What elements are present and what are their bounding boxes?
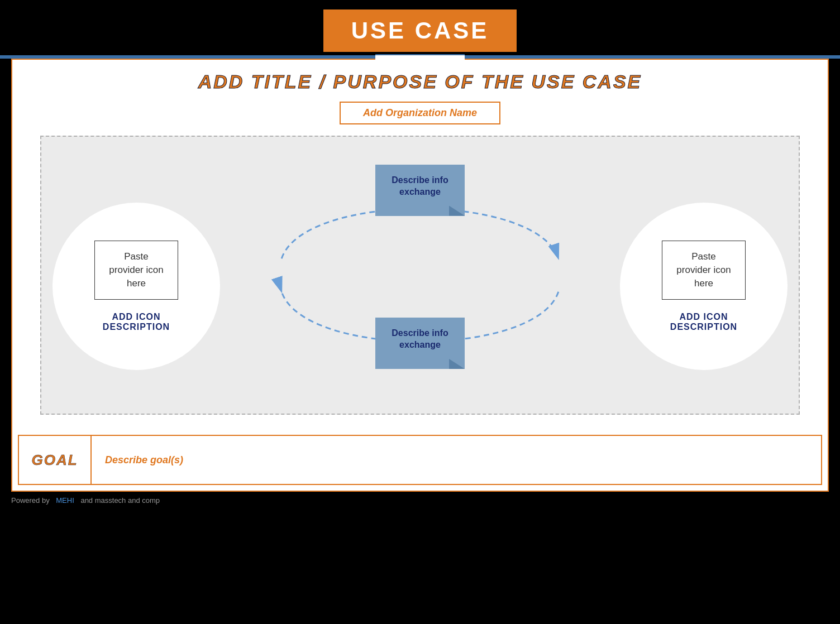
top-sticky-note-text[interactable]: Describe info exchange <box>375 165 465 206</box>
right-provider-description: ADD ICON DESCRIPTION <box>670 312 737 332</box>
bottom-sticky-note-text[interactable]: Describe info exchange <box>375 318 465 359</box>
right-provider-icon-text: Paste provider icon here <box>676 251 731 289</box>
goal-label-box: GOAL <box>19 436 92 484</box>
use-case-badge: USE CASE <box>323 9 517 52</box>
footer-suffix: and masstech and comp <box>80 496 160 505</box>
org-name-field[interactable]: Add Organization Name <box>340 102 500 124</box>
goal-section: GOAL Describe goal(s) <box>18 435 822 485</box>
blue-divider <box>0 55 840 59</box>
goal-description-area[interactable]: Describe goal(s) <box>92 436 821 484</box>
right-provider-icon-box[interactable]: Paste provider icon here <box>662 241 746 299</box>
left-provider-description: ADD ICON DESCRIPTION <box>103 312 170 332</box>
bottom-sticky-fold <box>449 359 465 369</box>
main-title: ADD TITLE / PURPOSE OF THE USE CASE <box>35 71 805 93</box>
main-wrapper: ADD TITLE / PURPOSE OF THE USE CASE Add … <box>11 59 829 492</box>
header-section: USE CASE <box>0 0 840 55</box>
right-provider-circle: Paste provider icon here ADD ICON DESCRI… <box>620 203 787 370</box>
top-sticky-fold <box>449 206 465 216</box>
left-provider-icon-text: Paste provider icon here <box>109 251 163 289</box>
org-name-section: Add Organization Name <box>35 102 805 124</box>
goal-label: GOAL <box>31 452 78 469</box>
left-provider-icon-box[interactable]: Paste provider icon here <box>94 241 178 299</box>
footer-powered: Powered by <box>11 496 50 505</box>
diagram-container: Paste provider icon here ADD ICON DESCRI… <box>40 136 800 415</box>
bottom-sticky-note: Describe info exchange <box>375 318 465 369</box>
footer-brand: MEHI <box>56 496 74 505</box>
center-area: Describe info exchange Describe info exc… <box>220 148 620 402</box>
top-sticky-note: Describe info exchange <box>375 165 465 216</box>
footer: Powered by MEHI and masstech and comp <box>0 492 840 509</box>
goal-text: Describe goal(s) <box>105 454 183 466</box>
left-provider-circle: Paste provider icon here ADD ICON DESCRI… <box>52 203 220 370</box>
content-area: ADD TITLE / PURPOSE OF THE USE CASE Add … <box>12 60 828 426</box>
